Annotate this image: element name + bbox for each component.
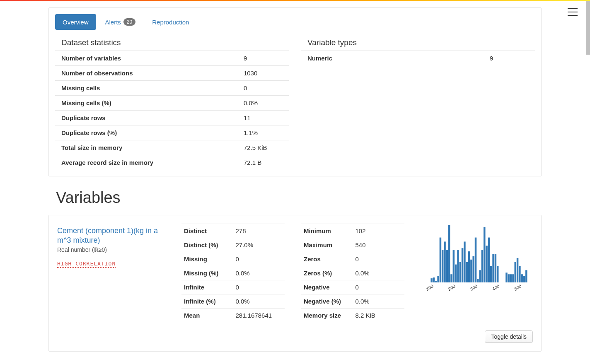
histogram-bar (459, 262, 461, 282)
axis-tick-label: 100 (425, 283, 435, 292)
histogram-bar (430, 278, 432, 282)
histogram-bar (468, 251, 470, 282)
histogram-bar (475, 238, 476, 282)
variable-name-link[interactable]: Cement (component 1)(kg in a m^3 mixture… (57, 226, 165, 246)
axis-tick-label: 200 (447, 283, 457, 292)
table-row: Missing cells0 (55, 81, 289, 96)
stat-value: 0.0% (233, 294, 285, 309)
table-row: Numeric9 (301, 51, 535, 66)
stat-label: Negative (301, 280, 353, 294)
stat-value: 102 (353, 224, 405, 238)
histogram-bar (462, 248, 463, 282)
hamburger-menu-icon[interactable] (568, 8, 578, 16)
stat-label: Maximum (301, 238, 353, 252)
stat-value: 72.5 KiB (237, 140, 289, 155)
stat-label: Missing cells (%) (55, 96, 237, 111)
stat-label: Average record size in memory (55, 155, 237, 170)
stat-value: 0 (353, 252, 405, 266)
histogram-bar (457, 250, 459, 282)
table-row: Memory size8.2 KiB (301, 309, 404, 323)
histogram-bar (437, 276, 439, 282)
table-row: Missing (%)0.0% (181, 266, 285, 280)
table-row: Zeros (%)0.0% (301, 266, 404, 280)
stat-value: 1.1% (237, 125, 289, 140)
dataset-stats-title: Dataset statistics (55, 34, 289, 51)
tab-alerts[interactable]: Alerts 20 (98, 14, 143, 30)
histogram-bar (448, 225, 450, 282)
histogram-bar (508, 274, 510, 282)
table-row: Infinite (%)0.0% (181, 294, 285, 309)
stat-value: 1030 (237, 66, 289, 81)
histogram-bar (490, 266, 492, 282)
stat-value: 0 (237, 81, 289, 96)
stat-value: 0 (353, 280, 405, 294)
tab-alerts-label: Alerts (105, 19, 121, 26)
variable-types-table: Numeric9 (301, 51, 535, 65)
histogram-bar (453, 250, 455, 282)
histogram-bar (440, 238, 441, 282)
table-row: Infinite0 (181, 280, 285, 294)
alerts-count-badge: 20 (123, 18, 135, 26)
histogram-bar (479, 270, 481, 282)
histogram-bar (486, 246, 487, 282)
table-row: Negative0 (301, 280, 404, 294)
histogram-bar (505, 272, 507, 282)
variable-card: Cement (component 1)(kg in a m^3 mixture… (48, 215, 542, 352)
stat-value: 0.0% (233, 266, 285, 280)
histogram-bar (450, 274, 452, 282)
histogram-bar (521, 274, 522, 282)
axis-tick-label: 400 (491, 283, 501, 292)
top-gradient-bar (0, 0, 590, 1)
table-row: Average record size in memory72.1 B (55, 155, 289, 170)
stat-label: Missing (%) (181, 266, 233, 280)
overview-panel: Overview Alerts 20 Reproduction Dataset … (48, 7, 542, 176)
scrollbar-thumb[interactable] (586, 1, 590, 55)
tab-overview[interactable]: Overview (55, 14, 96, 30)
stat-value: 0.0% (237, 96, 289, 111)
table-row: Duplicate rows11 (55, 111, 289, 125)
warning-badge-high-correlation[interactable]: HIGH CORRELATION (57, 260, 116, 268)
stat-label: Infinite (181, 280, 233, 294)
stat-value: 9 (237, 51, 289, 66)
stat-value: 0 (233, 280, 285, 294)
histogram-bar (481, 250, 483, 282)
stat-value: 281.1678641 (233, 309, 285, 323)
histogram-bar (519, 266, 520, 282)
variables-heading: Variables (48, 189, 542, 207)
variable-subtitle: Real number (ℝ≥0) (57, 246, 165, 253)
stat-value: 11 (237, 111, 289, 125)
table-row: Duplicate rows (%)1.1% (55, 125, 289, 140)
stat-label: Missing cells (55, 81, 237, 96)
stat-label: Distinct (181, 224, 233, 238)
histogram-bar (484, 227, 485, 282)
stat-label: Missing (181, 252, 233, 266)
stat-label: Mean (181, 309, 233, 323)
histogram-bar (464, 241, 465, 282)
stat-label: Memory size (301, 309, 353, 323)
stat-value: 27.0% (233, 238, 285, 252)
toggle-details-button[interactable]: Toggle details (485, 330, 533, 343)
axis-tick-label: 500 (513, 283, 523, 292)
stat-label: Numeric (301, 51, 484, 66)
variable-stats-table-2: Minimum102Maximum540Zeros0Zeros (%)0.0%N… (301, 224, 404, 322)
histogram-bar (477, 279, 479, 282)
histogram-bar (492, 254, 494, 282)
tab-reproduction[interactable]: Reproduction (145, 14, 196, 30)
stat-value: 0.0% (353, 266, 405, 280)
stat-value: 0 (233, 252, 285, 266)
histogram-bar (455, 265, 457, 282)
table-row: Number of variables9 (55, 51, 289, 66)
dataset-stats-table: Number of variables9Number of observatio… (55, 51, 289, 170)
histogram-bar (435, 281, 437, 282)
histogram-bar (523, 276, 525, 282)
variable-types-title: Variable types (301, 34, 535, 51)
stat-label: Negative (%) (301, 294, 353, 309)
histogram-bar (444, 241, 445, 282)
histogram-bar (525, 270, 527, 282)
stat-label: Zeros (%) (301, 266, 353, 280)
stat-value: 278 (233, 224, 285, 238)
stat-value: 540 (353, 238, 405, 252)
stat-label: Total size in memory (55, 140, 237, 155)
stat-value: 9 (484, 51, 535, 66)
table-row: Zeros0 (301, 252, 404, 266)
